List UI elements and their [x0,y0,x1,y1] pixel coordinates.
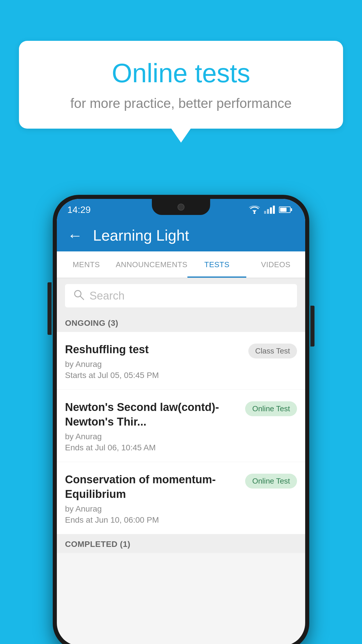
test-badge-class: Class Test [248,344,297,358]
test-title: Conservation of momentum-Equilibrium [65,473,239,501]
search-bar[interactable]: Search [65,284,297,307]
test-title: Reshuffling test [65,342,242,357]
test-list: Reshuffling test by Anurag Starts at Jul… [57,332,305,534]
app-header-title: Learning Light [93,227,189,244]
test-date: Ends at Jul 06, 10:45 AM [65,443,239,452]
completed-section-header: COMPLETED (1) [57,534,305,553]
test-by: by Anurag [65,504,239,514]
battery-icon [279,206,291,213]
tabs-container: MENTS ANNOUNCEMENTS TESTS VIDEOS [57,251,305,278]
test-item[interactable]: Reshuffling test by Anurag Starts at Jul… [57,332,305,390]
svg-point-1 [254,212,255,214]
speech-bubble: Online tests for more practice, better p… [19,41,343,129]
speech-bubble-subtitle: for more practice, better performance [42,95,320,111]
test-date: Ends at Jun 10, 06:00 PM [65,515,239,525]
phone-screen: 14:29 [57,199,305,644]
test-item[interactable]: Newton's Second law(contd)-Newton's Thir… [57,390,305,462]
phone-notch [152,199,210,215]
test-badge-online: Online Test [245,474,297,489]
test-item-left: Reshuffling test by Anurag Starts at Jul… [65,342,248,380]
svg-marker-0 [252,210,256,213]
tab-videos[interactable]: VIDEOS [246,251,305,278]
search-container: Search [57,278,305,313]
tab-announcements[interactable]: ANNOUNCEMENTS [116,251,187,278]
app-header: ← Learning Light [57,219,305,251]
phone-frame: 14:29 [53,195,309,644]
ongoing-section-header: ONGOING (3) [57,313,305,332]
speech-bubble-title: Online tests [42,58,320,88]
tab-ments[interactable]: MENTS [57,251,116,278]
svg-line-3 [80,296,84,300]
signal-icon [264,206,275,214]
test-item-left: Conservation of momentum-Equilibrium by … [65,473,245,525]
back-button[interactable]: ← [67,227,82,244]
test-item-left: Newton's Second law(contd)-Newton's Thir… [65,400,245,452]
status-icons [249,206,291,214]
search-icon [73,289,84,303]
tab-tests[interactable]: TESTS [187,251,246,278]
test-by: by Anurag [65,360,242,369]
test-item[interactable]: Conservation of momentum-Equilibrium by … [57,462,305,534]
wifi-icon [249,206,260,214]
status-time: 14:29 [67,204,91,215]
search-placeholder: Search [89,290,124,302]
test-date: Starts at Jul 05, 05:45 PM [65,371,242,380]
front-camera [178,204,184,211]
phone-outer: 14:29 [53,195,309,644]
test-title: Newton's Second law(contd)-Newton's Thir… [65,400,239,429]
test-badge-online: Online Test [245,401,297,416]
test-by: by Anurag [65,432,239,441]
speech-bubble-container: Online tests for more practice, better p… [19,41,343,129]
